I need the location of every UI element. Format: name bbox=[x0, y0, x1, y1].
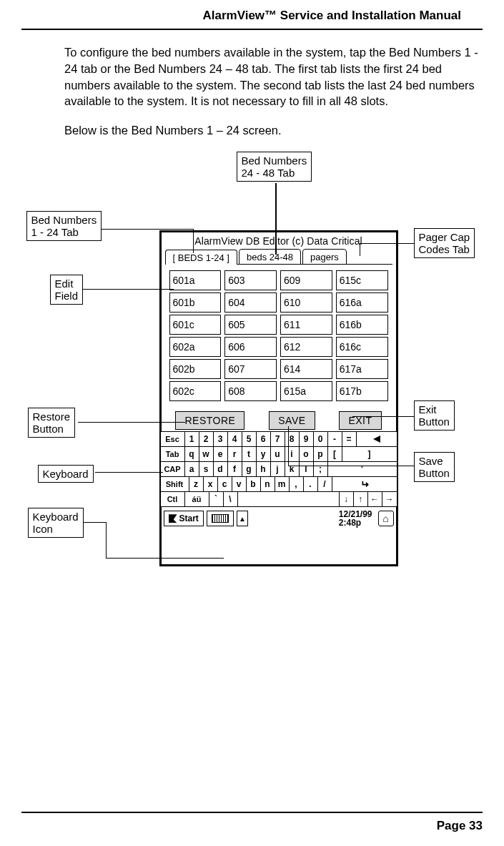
bed-cell[interactable]: 614 bbox=[280, 359, 332, 379]
bed-cell[interactable]: 601a bbox=[169, 270, 222, 290]
bed-cell[interactable]: 617a bbox=[336, 359, 388, 379]
key[interactable]: 9 bbox=[300, 432, 314, 446]
key[interactable]: y bbox=[257, 447, 271, 461]
restore-button[interactable]: RESTORE bbox=[175, 411, 244, 430]
key[interactable]: x bbox=[204, 477, 218, 491]
key[interactable]: n bbox=[261, 477, 275, 491]
key[interactable]: s bbox=[199, 462, 214, 476]
key[interactable]: j bbox=[271, 462, 285, 476]
key[interactable]: m bbox=[275, 477, 290, 491]
bed-cell[interactable]: 615c bbox=[336, 270, 388, 290]
bed-cell[interactable]: 607 bbox=[224, 359, 277, 379]
key[interactable]: ` bbox=[209, 492, 224, 506]
key[interactable]: a bbox=[185, 462, 199, 476]
annotated-screenshot: Bed Numbers 24 - 48 Tab Bed Numbers 1 - … bbox=[24, 152, 481, 609]
key[interactable]: i bbox=[285, 447, 300, 461]
bed-cell[interactable]: 615a bbox=[280, 381, 332, 401]
bed-cell[interactable]: 606 bbox=[224, 337, 277, 357]
key[interactable]: u bbox=[271, 447, 285, 461]
bed-cell[interactable]: 608 bbox=[224, 381, 277, 401]
key[interactable]: - bbox=[328, 432, 342, 446]
taskbar-up-arrow[interactable]: ▲ bbox=[237, 511, 248, 526]
bed-cell[interactable]: 602b bbox=[169, 359, 222, 379]
key[interactable]: 4 bbox=[228, 432, 242, 446]
start-button[interactable]: Start bbox=[164, 511, 204, 526]
keyboard-toggle-icon[interactable] bbox=[207, 511, 234, 526]
tab-beds-24-48[interactable]: beds 24-48 bbox=[239, 249, 301, 265]
bed-cell[interactable]: 601c bbox=[169, 315, 222, 335]
bed-cell[interactable]: 604 bbox=[224, 292, 277, 313]
save-button[interactable]: SAVE bbox=[269, 411, 315, 430]
key-tab[interactable]: Tab bbox=[161, 447, 185, 461]
key-esc[interactable]: Esc bbox=[161, 432, 185, 446]
bed-cell[interactable]: 602a bbox=[169, 337, 222, 357]
key[interactable]: 2 bbox=[199, 432, 214, 446]
exit-button[interactable]: EXIT bbox=[339, 411, 381, 430]
key-backspace[interactable] bbox=[357, 432, 397, 446]
key[interactable]: w bbox=[199, 447, 214, 461]
tab-pagers[interactable]: pagers bbox=[302, 249, 347, 265]
key[interactable]: 7 bbox=[271, 432, 285, 446]
key-enter[interactable]: ↵ bbox=[332, 477, 397, 491]
bed-cell[interactable]: 610 bbox=[280, 292, 332, 313]
key[interactable]: h bbox=[257, 462, 271, 476]
kbd-row-3: CAP a s d f g h j k l ; ' bbox=[161, 462, 397, 477]
bed-cell[interactable]: 605 bbox=[224, 315, 277, 335]
key[interactable]: d bbox=[214, 462, 228, 476]
key[interactable]: p bbox=[314, 447, 328, 461]
bed-cell[interactable]: 611 bbox=[280, 315, 332, 335]
bed-cell[interactable]: 602c bbox=[169, 381, 222, 401]
key[interactable]: ' bbox=[328, 462, 397, 476]
key[interactable]: 0 bbox=[314, 432, 328, 446]
key[interactable]: t bbox=[242, 447, 257, 461]
key[interactable]: ; bbox=[314, 462, 328, 476]
key[interactable]: , bbox=[290, 477, 304, 491]
bed-cell[interactable]: 603 bbox=[224, 270, 277, 290]
tab-beds-1-24[interactable]: [ BEDS 1-24 ] bbox=[165, 250, 237, 265]
key[interactable]: g bbox=[242, 462, 257, 476]
key[interactable]: z bbox=[189, 477, 204, 491]
key[interactable]: f bbox=[228, 462, 242, 476]
key[interactable]: = bbox=[342, 432, 357, 446]
key-caps[interactable]: CAP bbox=[161, 462, 185, 476]
bed-cell[interactable]: 616c bbox=[336, 337, 388, 357]
key-arrow-down[interactable]: ↓ bbox=[340, 492, 354, 506]
key[interactable]: 8 bbox=[285, 432, 300, 446]
key[interactable]: 6 bbox=[257, 432, 271, 446]
key[interactable]: k bbox=[285, 462, 300, 476]
bed-cell[interactable]: 616a bbox=[336, 292, 388, 313]
bed-cell[interactable]: 601b bbox=[169, 292, 222, 313]
key[interactable]: \ bbox=[224, 492, 238, 506]
key[interactable]: 5 bbox=[242, 432, 257, 446]
bed-cell[interactable]: 612 bbox=[280, 337, 332, 357]
key[interactable]: 3 bbox=[214, 432, 228, 446]
home-icon[interactable]: ⌂ bbox=[378, 511, 394, 526]
key[interactable]: r bbox=[228, 447, 242, 461]
key[interactable]: ] bbox=[342, 447, 397, 461]
key-shift[interactable]: Shift bbox=[161, 477, 189, 491]
key[interactable]: o bbox=[300, 447, 314, 461]
key-arrow-left[interactable]: ← bbox=[368, 492, 382, 506]
key-arrow-right[interactable]: → bbox=[382, 492, 397, 506]
key[interactable]: 1 bbox=[185, 432, 199, 446]
onscreen-keyboard[interactable]: Esc 1 2 3 4 5 6 7 8 9 0 - = Tab q w e r bbox=[161, 431, 397, 506]
callout-restore-button: Restore Button bbox=[28, 408, 76, 438]
key-ctl[interactable]: Ctl bbox=[161, 492, 185, 506]
key[interactable]: l bbox=[300, 462, 314, 476]
bed-cell[interactable]: 616b bbox=[336, 315, 388, 335]
key[interactable]: q bbox=[185, 447, 199, 461]
key-arrow-up[interactable]: ↑ bbox=[354, 492, 368, 506]
callout-exit-button: Exit Button bbox=[414, 400, 455, 431]
key[interactable]: [ bbox=[328, 447, 342, 461]
key[interactable]: / bbox=[318, 477, 332, 491]
key[interactable]: b bbox=[247, 477, 261, 491]
key[interactable]: c bbox=[218, 477, 232, 491]
key[interactable]: . bbox=[304, 477, 318, 491]
key-intl[interactable]: áü bbox=[185, 492, 209, 506]
key[interactable]: v bbox=[232, 477, 247, 491]
key-space[interactable] bbox=[238, 492, 340, 506]
body-text: To configure the bed numbers available i… bbox=[64, 44, 483, 139]
bed-cell[interactable]: 617b bbox=[336, 381, 388, 401]
key[interactable]: e bbox=[214, 447, 228, 461]
bed-cell[interactable]: 609 bbox=[280, 270, 332, 290]
